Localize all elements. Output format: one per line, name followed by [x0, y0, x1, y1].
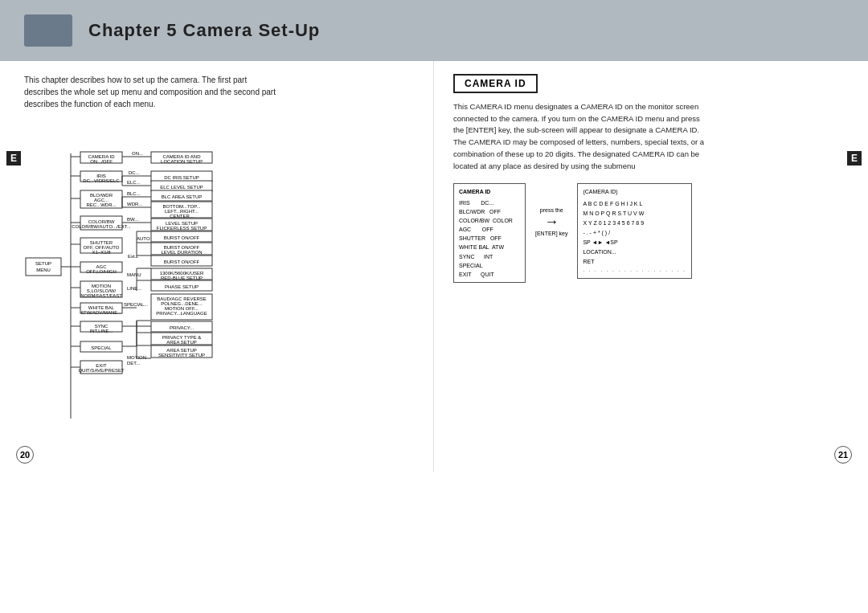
cam-chars-line7: RET [583, 257, 686, 267]
svg-text:LEVEL DURATION: LEVEL DURATION [161, 250, 202, 255]
svg-text:BLC AREA SETUP: BLC AREA SETUP [162, 194, 203, 199]
page-title: Chapter 5 Camera Set-Up [88, 20, 320, 41]
svg-text:6TW/ADV/MANE...: 6TW/ADV/MANE... [81, 310, 122, 315]
svg-text:Ext...: Ext... [128, 254, 139, 259]
intro-text: This chapter describes how to set up the… [24, 74, 370, 110]
svg-text:DET...: DET... [127, 361, 141, 366]
cam-arrow-area: press the → [ENTER] key [535, 183, 567, 236]
svg-text:SPECIAL: SPECIAL [91, 345, 112, 350]
camera-id-section: CAMERA ID This CAMERA ID menu designates… [453, 74, 852, 283]
header-image [24, 14, 72, 47]
svg-text:X1~X1/8: X1~X1/8 [92, 250, 111, 255]
cam-chars-line5: SP ◄► ◄SP [583, 238, 686, 247]
cam-right-title: (CAMERA ID) [583, 187, 686, 197]
svg-text:SPECIAL...: SPECIAL... [124, 302, 149, 307]
svg-text:BW...: BW... [127, 217, 139, 222]
svg-text:INT,LINE...: INT,LINE... [89, 329, 113, 333]
svg-text:PHASE SETUP: PHASE SETUP [165, 284, 199, 289]
svg-text:DC...VIDRS/ELC: DC...VIDRS/ELC [83, 178, 120, 183]
svg-text:PRIVACY...: PRIVACY... [170, 325, 194, 330]
svg-text:BURST ON/OFF: BURST ON/OFF [164, 235, 200, 240]
svg-text:OFF,LO/HIGH: OFF,LO/HIGH [86, 269, 117, 274]
content-area: E This chapter describes how to set up t… [0, 61, 868, 472]
cam-menu-item: SHUTTER OFF [459, 234, 520, 243]
e-badge-right: E [847, 151, 862, 166]
cam-chars-line3: X Y Z 0 1 2 3 4 5 6 7 8 9 [583, 219, 686, 228]
cam-menu-item: COLOR/BW COLOR [459, 216, 520, 225]
svg-text:ON.../OFF: ON.../OFF [90, 159, 113, 164]
svg-text:RED-BLUE SETUP: RED-BLUE SETUP [161, 276, 203, 280]
cam-chars-dots: . . . . . . . . . . . . . . . . . . [583, 266, 686, 274]
svg-text:NORM/FAST/FAST: NORM/FAST/FAST [80, 293, 122, 298]
cam-menu-item: WHITE BAL ATW [459, 243, 520, 251]
cam-chars-line6: LOCATION... [583, 247, 686, 257]
svg-text:REC...WDR...: REC...WDR... [87, 202, 117, 207]
svg-text:CENTER...: CENTER... [170, 214, 194, 219]
enter-label: [ENTER] key [535, 231, 567, 236]
svg-text:DC...: DC... [129, 170, 140, 175]
e-badge-left: E [6, 151, 21, 166]
svg-text:ON...: ON... [132, 151, 143, 156]
cam-menu-item: SYNC INT [459, 252, 520, 261]
svg-text:MENU: MENU [36, 268, 51, 272]
svg-text:LINE...: LINE... [127, 286, 142, 291]
svg-text:QUIT/SAVE/PRESET: QUIT/SAVE/PRESET [78, 368, 125, 373]
cam-menu-item: BLC/WDR OFF [459, 207, 520, 216]
svg-text:BURST ON/OFF: BURST ON/OFF [164, 260, 200, 264]
svg-text:PRIVACY...LANGUAGE: PRIVACY...LANGUAGE [156, 311, 207, 316]
svg-text:AREA SETUP: AREA SETUP [166, 340, 197, 345]
setup-diagram: SETUP MENU CAMERA ID ON.../OFF IRIS DC..… [24, 121, 426, 459]
camera-id-description: This CAMERA ID menu designates a CAMERA … [453, 101, 823, 172]
svg-text:SETUP: SETUP [35, 261, 51, 266]
svg-text:BLC...: BLC... [127, 191, 141, 196]
diagram-svg: SETUP MENU CAMERA ID ON.../OFF IRIS DC..… [24, 121, 426, 459]
svg-text:ELC...: ELC... [127, 180, 141, 185]
page-header: Chapter 5 Camera Set-Up [0, 0, 868, 61]
svg-text:ELC LEVEL SETUP: ELC LEVEL SETUP [160, 185, 203, 190]
cam-chars-line1: A B C D E F G H I J K L [583, 199, 686, 209]
cam-left-title: CAMERA ID [459, 187, 520, 196]
press-label: press the [540, 207, 563, 213]
page-num-left: 20 [16, 446, 34, 464]
svg-text:MANU: MANU [127, 272, 141, 277]
arrow-icon: → [544, 215, 559, 229]
cam-menu-item: EXIT QUIT [459, 270, 520, 279]
cam-menu-item: AGC OFF [459, 225, 520, 234]
cam-left-box: CAMERA ID IRIS DC... BLC/WDR OFF COLOR/B… [453, 183, 526, 283]
svg-text:FLICKERLESS SETUP: FLICKERLESS SETUP [157, 226, 207, 231]
svg-text:AUTO: AUTO [137, 236, 150, 241]
left-page: E This chapter describes how to set up t… [0, 61, 434, 472]
svg-text:DC IRIS SETUP: DC IRIS SETUP [164, 175, 199, 180]
cam-chars-line2: M N O P Q R S T U V W [583, 209, 686, 219]
camera-id-diagram: CAMERA ID IRIS DC... BLC/WDR OFF COLOR/B… [453, 183, 852, 283]
svg-text:SENSITIVITY SETUP: SENSITIVITY SETUP [158, 353, 205, 358]
cam-menu-item: SPECIAL [459, 261, 520, 270]
cam-menu-item: IRIS DC... [459, 198, 520, 207]
svg-text:COLOR/BW/AUTO.../EXT...: COLOR/BW/AUTO.../EXT... [72, 224, 131, 229]
camera-id-header: CAMERA ID [453, 74, 538, 93]
cam-chars-line4: - . - + * ( ) / [583, 228, 686, 238]
page-num-right: 21 [834, 446, 852, 464]
svg-text:LOCATION SETUP: LOCATION SETUP [161, 159, 203, 164]
cam-right-box: (CAMERA ID) A B C D E F G H I J K L M N … [577, 183, 691, 278]
right-page: E CAMERA ID This CAMERA ID menu designat… [434, 61, 868, 472]
svg-text:WDR...: WDR... [127, 202, 143, 206]
